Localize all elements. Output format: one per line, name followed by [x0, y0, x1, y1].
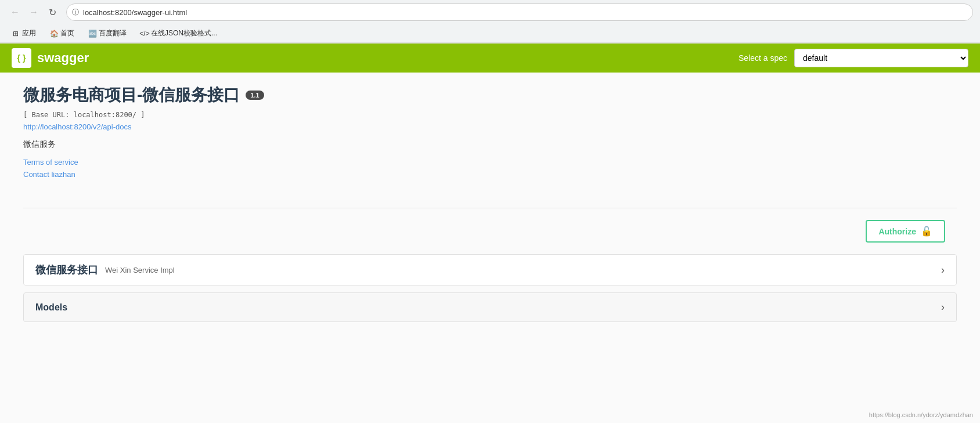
api-title-row: 微服务电商项目-微信服务接口 1.1 — [23, 84, 957, 106]
models-chevron-right-icon: › — [941, 301, 945, 313]
spec-select[interactable]: default — [794, 49, 968, 67]
swagger-logo-text: swagger — [37, 50, 89, 66]
swagger-content: 微服务电商项目-微信服务接口 1.1 [ Base URL: localhost… — [0, 73, 980, 423]
bookmarks-bar: ⊞ 应用 🏠 首页 🔤 百度翻译 </> 在线JSON校验格式... — [0, 24, 980, 43]
bookmark-home-label: 首页 — [60, 28, 74, 38]
select-spec-label: Select a spec — [738, 53, 787, 63]
api-title: 微服务电商项目-微信服务接口 — [23, 84, 240, 106]
bookmark-translate[interactable]: 🔤 百度翻译 — [84, 27, 131, 39]
api-section-weixin: 微信服务接口 Wei Xin Service Impl › — [23, 254, 957, 285]
code-icon: </> — [140, 30, 149, 38]
section-divider — [23, 208, 957, 208]
authorize-lock-icon: 🔓 — [921, 226, 932, 237]
authorize-area: Authorize 🔓 — [23, 220, 957, 243]
bookmark-apps[interactable]: ⊞ 应用 — [7, 27, 41, 39]
models-section-header[interactable]: Models › — [24, 293, 956, 321]
address-bar-wrapper: ⓘ — [66, 3, 973, 21]
api-section-weixin-header[interactable]: 微信服务接口 Wei Xin Service Impl › — [24, 255, 956, 285]
models-section: Models › — [23, 292, 957, 322]
back-button[interactable]: ← — [7, 4, 23, 20]
terms-of-service-link[interactable]: Terms of service — [23, 158, 957, 167]
api-section-weixin-title: 微信服务接口 Wei Xin Service Impl — [35, 263, 175, 277]
swagger-logo: { } swagger — [12, 48, 89, 68]
api-section-weixin-name: 微信服务接口 — [35, 263, 98, 277]
bookmark-home[interactable]: 🏠 首页 — [45, 27, 79, 39]
browser-toolbar: ← → ↻ ⓘ — [0, 0, 980, 24]
api-base-url: [ Base URL: localhost:8200/ ] — [23, 111, 957, 119]
bookmark-json[interactable]: </> 在线JSON校验格式... — [136, 27, 222, 39]
bookmark-translate-label: 百度翻译 — [99, 28, 127, 38]
forward-button[interactable]: → — [26, 4, 42, 20]
footer-hint: https://blog.csdn.n/ydorz/ydamdzhan — [869, 411, 973, 418]
swagger-logo-icon: { } — [12, 48, 31, 68]
apps-icon: ⊞ — [12, 30, 20, 38]
api-info: 微服务电商项目-微信服务接口 1.1 [ Base URL: localhost… — [23, 84, 957, 190]
home-icon: 🏠 — [50, 30, 58, 38]
version-badge: 1.1 — [246, 91, 264, 100]
translate-icon: 🔤 — [88, 30, 96, 38]
nav-buttons: ← → ↻ — [7, 4, 60, 20]
api-links: Terms of service Contact liazhan — [23, 158, 957, 179]
browser-chrome: ← → ↻ ⓘ ⊞ 应用 🏠 首页 🔤 百度翻译 </> 在线JSON校验格式.… — [0, 0, 980, 44]
authorize-button-label: Authorize — [878, 227, 916, 236]
models-title: Models — [35, 302, 67, 313]
bookmark-json-label: 在线JSON校验格式... — [151, 28, 217, 38]
api-section-weixin-desc: Wei Xin Service Impl — [105, 266, 175, 274]
api-description: 微信服务 — [23, 139, 957, 150]
refresh-button[interactable]: ↻ — [44, 4, 60, 20]
api-docs-link[interactable]: http://localhost:8200/v2/api-docs — [23, 122, 957, 131]
chevron-right-icon: › — [941, 264, 945, 276]
contact-link[interactable]: Contact liazhan — [23, 170, 957, 179]
lock-icon: ⓘ — [72, 8, 79, 17]
swagger-header-right: Select a spec default — [738, 49, 968, 67]
authorize-button[interactable]: Authorize 🔓 — [866, 220, 945, 243]
address-input[interactable] — [66, 3, 973, 21]
swagger-header: { } swagger Select a spec default — [0, 44, 980, 73]
bookmark-apps-label: 应用 — [22, 28, 36, 38]
